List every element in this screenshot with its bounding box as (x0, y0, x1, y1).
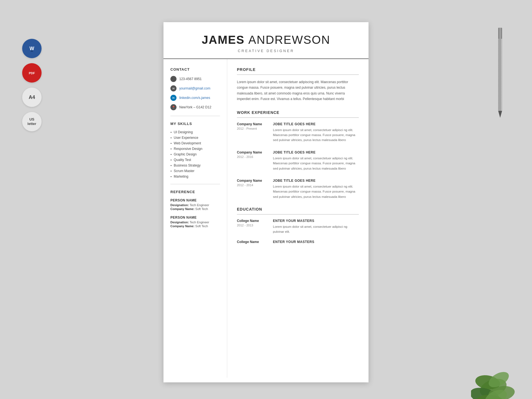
work-left-1: Company Name 2012 - Present (237, 122, 267, 143)
svg-text:PDF: PDF (29, 71, 35, 75)
profile-text: Lorem ipsum dolor sit amet, consectetuer… (237, 79, 359, 102)
profile-section-title: PROFILE (237, 67, 359, 72)
edu-left-2: College Name (237, 240, 267, 245)
edu-college-2: College Name (237, 240, 267, 244)
work-entry-1: Company Name 2012 - Present JOBE TITLE G… (237, 122, 359, 143)
edu-right-2: ENTER YOUR MASTERS (273, 240, 359, 245)
education-divider (237, 214, 359, 214)
pdf-icon[interactable]: PDF (22, 63, 42, 83)
edu-right-1: ENTER YOUR MASTERS Lorem ipsum dolor sit… (273, 219, 359, 234)
work-left-3: Company Name 2012 - 2014 (237, 179, 267, 199)
education-section-title: EDUCATION (237, 207, 359, 211)
work-dates-3: 2012 - 2014 (237, 183, 267, 187)
pen-top (498, 28, 502, 39)
ref-name-1: PERSON NAME (170, 198, 220, 202)
work-right-2: JOBE TITLE GOES HERE Lorem ipsum dolor s… (273, 150, 359, 171)
reference-section-title: REFERENCE (170, 190, 220, 194)
edu-entry-1: College Name 2012 - 2013 ENTER YOUR MAST… (237, 219, 359, 234)
divider-2 (170, 184, 220, 184)
skills-list: UI Designing User Experience Web Develop… (170, 130, 220, 178)
linkedin-url[interactable]: linkedin.com/s.james (179, 96, 210, 100)
edu-college-1: College Name (237, 219, 267, 223)
work-company-1: Company Name (237, 122, 267, 126)
resume-body: CONTACT 📞 123-4567 8951 ✉ yourmail@gmail… (163, 59, 369, 378)
resume-header: JAMES ANDREWSON CREATIVE DESIGNER (163, 22, 369, 59)
ref-designation-2: Designation: Tech Engineer (170, 221, 220, 224)
skill-item: Graphic Design (170, 152, 220, 156)
plant-decoration (471, 355, 515, 399)
email-icon: ✉ (170, 85, 177, 91)
resume-document: JAMES ANDREWSON CREATIVE DESIGNER CONTAC… (163, 22, 369, 382)
work-desc-2: Lorem ipsum dolor sit amet, consectetuer… (273, 156, 359, 171)
left-column: CONTACT 📞 123-4567 8951 ✉ yourmail@gmail… (163, 59, 227, 378)
work-section-title: WORK EXPERIENCE (237, 110, 359, 115)
edu-desc-1: Lorem ipsum dolor sit amet, consectetuer… (273, 224, 359, 234)
header-title: CREATIVE DESIGNER (169, 49, 363, 53)
skill-item: Web Development (170, 141, 220, 145)
page-wrapper: W PDF A4 USletter JAMES ANDREWSON CREATI… (0, 11, 532, 399)
pen-decoration (496, 28, 504, 116)
skill-item: Scrum Master (170, 169, 220, 173)
work-entry-3: Company Name 2012 - 2014 JOBE TITLE GOES… (237, 179, 359, 199)
pen-tip (498, 111, 502, 118)
work-title-2: JOBE TITLE GOES HERE (273, 150, 359, 154)
contact-section-title: CONTACT (170, 67, 220, 71)
edu-degree-1: ENTER YOUR MASTERS (273, 219, 359, 223)
side-icons: W PDF A4 USletter (22, 39, 42, 131)
email-address[interactable]: yourmail@gmail.com (179, 86, 210, 90)
reference-person-1: PERSON NAME Designation: Tech Engineer C… (170, 198, 220, 211)
skill-item: User Experience (170, 136, 220, 140)
location-text: NewYork – G142 D12 (179, 105, 211, 109)
last-name: ANDREWSON (248, 33, 330, 46)
reference-person-2: PERSON NAME Designation: Tech Engineer C… (170, 216, 220, 228)
location-icon: 📍 (170, 104, 177, 110)
pen-body (498, 39, 502, 111)
skill-item: Business Strategy (170, 163, 220, 167)
svg-rect-2 (31, 51, 33, 52)
work-divider (237, 117, 359, 118)
contact-email: ✉ yourmail@gmail.com (170, 85, 220, 91)
a4-label: A4 (29, 94, 35, 100)
work-title-3: JOBE TITLE GOES HERE (273, 179, 359, 183)
edu-degree-2: ENTER YOUR MASTERS (273, 240, 359, 244)
phone-number: 123-4567 8951 (179, 77, 202, 81)
work-left-2: Company Name 2012 - 2016 (237, 150, 267, 171)
contact-location: 📍 NewYork – G142 D12 (170, 104, 220, 110)
skill-item: UI Designing (170, 130, 220, 134)
first-name: JAMES (202, 33, 245, 46)
us-letter-icon: USletter (22, 112, 42, 131)
contact-phone: 📞 123-4567 8951 (170, 76, 220, 82)
work-company-2: Company Name (237, 150, 267, 154)
linkedin-icon: in (170, 95, 177, 101)
work-entry-2: Company Name 2012 - 2016 JOBE TITLE GOES… (237, 150, 359, 171)
skill-item: Responsive Design (170, 147, 220, 151)
ref-designation-1: Designation: Tech Engineer (170, 203, 220, 207)
ref-company-2: Company Name: Soft Tech (170, 224, 220, 228)
skill-item: Marketing (170, 175, 220, 178)
skill-item: Quality Test (170, 158, 220, 162)
work-right-3: JOBE TITLE GOES HERE Lorem ipsum dolor s… (273, 179, 359, 199)
work-right-1: JOBE TITLE GOES HERE Lorem ipsum dolor s… (273, 122, 359, 143)
work-desc-3: Lorem ipsum dolor sit amet, consectetuer… (273, 184, 359, 199)
right-column: PROFILE Lorem ipsum dolor sit amet, cons… (227, 59, 369, 378)
ref-company-1: Company Name: Soft Tech (170, 207, 220, 211)
skills-section-title: MY SKILLS (170, 122, 220, 126)
work-dates-1: 2012 - Present (237, 127, 267, 130)
profile-divider (237, 75, 359, 75)
edu-dates-1: 2012 - 2013 (237, 224, 267, 227)
svg-text:W: W (30, 46, 34, 51)
work-dates-2: 2012 - 2016 (237, 155, 267, 158)
word-icon[interactable]: W (22, 39, 42, 58)
work-desc-1: Lorem ipsum dolor sit amet, consectetuer… (273, 127, 359, 143)
contact-linkedin: in linkedin.com/s.james (170, 95, 220, 101)
work-company-3: Company Name (237, 179, 267, 183)
work-title-1: JOBE TITLE GOES HERE (273, 122, 359, 126)
ref-name-2: PERSON NAME (170, 216, 220, 219)
edu-left-1: College Name 2012 - 2013 (237, 219, 267, 234)
edu-entry-2: College Name ENTER YOUR MASTERS (237, 240, 359, 245)
divider-1 (170, 116, 220, 116)
header-name: JAMES ANDREWSON (169, 33, 363, 47)
phone-icon: 📞 (170, 76, 177, 82)
us-label: USletter (27, 117, 36, 126)
a4-icon: A4 (22, 88, 42, 107)
